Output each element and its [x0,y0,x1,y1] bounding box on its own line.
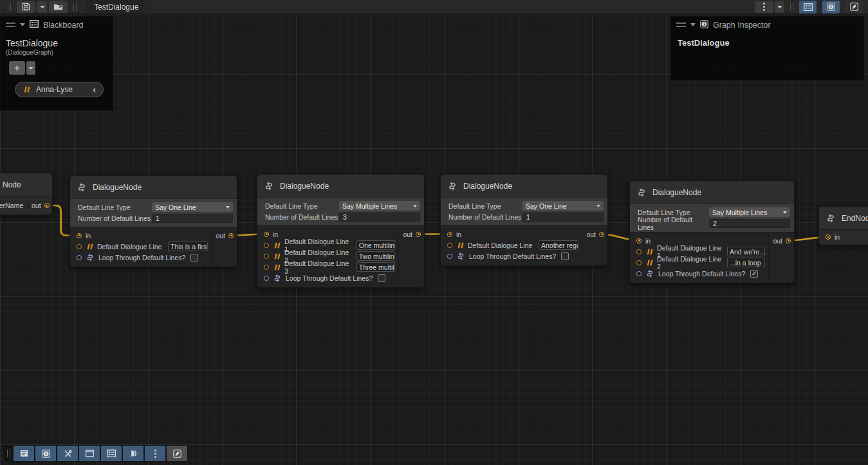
checkbox-loop-through-default-lines[interactable] [561,252,569,260]
port-loop-through-default-lines[interactable] [447,254,452,259]
port-out[interactable] [599,232,604,237]
port-default-dialogue-line-2[interactable] [264,254,269,259]
port-out[interactable] [416,232,421,237]
field-default-dialogue-line[interactable]: Another regu [539,240,578,250]
blackboard-toggle-button[interactable] [101,446,122,461]
port-row: in [441,229,582,240]
input-number-of-default-lines[interactable]: 1 [522,213,604,222]
port-out[interactable] [228,233,234,238]
input-number-of-default-lines[interactable]: 2 [709,219,790,228]
blackboard-toggle-button[interactable] [799,1,817,14]
port-in[interactable] [77,233,82,238]
toolbar-drag-handle[interactable] [8,3,11,11]
toolbar-drag-handle[interactable] [7,450,10,457]
caret-down-icon [28,67,33,70]
window-toggle-button[interactable] [79,446,100,461]
port-out[interactable] [786,238,791,243]
open-folder-button[interactable] [49,1,68,13]
input-number-of-default-lines[interactable]: 1 [152,214,233,223]
loop-icon [645,269,654,278]
caret-down-button[interactable] [775,1,784,13]
dropdown-default-line-type[interactable]: Say One Line [152,202,233,212]
foldout-triangle-icon[interactable] [690,23,696,26]
end-node[interactable]: EndNodein [818,206,868,245]
field-default-dialogue-line-1[interactable]: One multiline [356,240,395,250]
port-default-dialogue-line-1[interactable] [636,249,642,254]
kebab-toggle-button[interactable] [145,446,165,461]
port-default-dialogue-line[interactable] [77,244,82,249]
checkbox-loop-through-default-lines[interactable]: ✓ [750,270,758,278]
field-default-dialogue-line-1[interactable]: And we're... [727,247,765,256]
node-title-bar[interactable]: DialogueNode [70,176,237,198]
port-in[interactable] [447,232,452,237]
node-title-bar[interactable]: DialogueNode [441,175,607,197]
port-out[interactable] [44,203,50,208]
foldout-triangle-icon[interactable] [20,23,25,26]
port-default-dialogue-line-2[interactable] [636,260,642,265]
field-default-dialogue-line-3[interactable]: Three multilin [356,262,395,272]
graph-tab[interactable]: TestDialogue [86,0,154,14]
port-in[interactable] [636,238,642,243]
port-label: in [456,231,461,238]
field-default-dialogue-line-2[interactable]: Two multiline [356,251,395,261]
input-ports-column: inDefault Dialogue Line 1One multilineDe… [257,226,398,287]
dialogue-node-3[interactable]: DialogueNodeDefault Line TypeSay One Lin… [440,174,608,266]
graph-inspector-header[interactable]: Graph Inspector [671,17,863,33]
node-title-bar[interactable]: DialogueNode [257,175,424,197]
port-loop-through-default-lines[interactable] [77,255,82,260]
port-default-dialogue-line-3[interactable] [264,265,269,270]
add-property-button[interactable]: + [9,61,25,75]
kebab-button[interactable] [755,1,773,13]
blackboard-field-anna-lyse[interactable]: Anna-Lyse ‹ [15,82,104,97]
checkbox-loop-through-default-lines[interactable] [378,274,385,282]
console-toggle-button[interactable] [14,446,34,461]
port-loop-through-default-lines[interactable] [264,276,269,281]
blackboard-header[interactable]: Blackboard [1,17,113,33]
graph-inspector-panel[interactable]: Graph Inspector TestDialogue [670,16,864,81]
port-loop-through-default-lines[interactable] [636,271,642,276]
blackboard-panel[interactable]: Blackboard TestDialogue (DialogueGraph) … [0,16,113,111]
loop-icon [86,253,95,261]
dropdown-default-line-type[interactable]: Say Multiple Lines [339,201,420,211]
node-title-bar[interactable]: DialogueNode [630,181,794,204]
port-default-dialogue-line[interactable] [447,243,452,248]
input-ports-column: inDefault Dialogue LineAnother reguLoop … [441,226,582,265]
checkbox-loop-through-default-lines[interactable] [190,254,198,261]
node-title-bar[interactable]: EndNode [819,207,868,229]
port-default-dialogue-line-1[interactable] [264,243,269,248]
transition-toggle-button[interactable] [123,446,143,461]
caret-down-icon [413,205,417,207]
toolbar-drag-handle[interactable] [73,3,77,11]
graph-editor-canvas[interactable]: NodekerNameoutDialogueNodeDefault Line T… [0,0,868,465]
input-number-of-default-lines[interactable]: 3 [339,213,420,222]
toolbar-drag-handle[interactable] [790,3,793,11]
tools-toggle-button[interactable] [57,446,78,461]
dialogue-node-4[interactable]: DialogueNodeDefault Line TypeSay Multipl… [629,180,795,283]
property-row: Number of Default Lines1 [78,213,233,223]
field-default-dialogue-line[interactable]: This is a first [168,242,208,251]
drag-handle-icon[interactable] [6,23,15,27]
tools-icon [64,450,72,458]
dialogue-node-1[interactable]: DialogueNodeDefault Line TypeSay One Lin… [69,175,237,267]
caret-down-button[interactable] [37,1,47,13]
loop-icon [273,274,282,282]
node-title-bar[interactable]: Node [0,173,52,196]
add-property-dropdown-button[interactable] [26,61,35,75]
info-toggle-button[interactable] [35,446,56,461]
dialogue-node-2[interactable]: DialogueNodeDefault Line TypeSay Multipl… [257,174,425,288]
port-in[interactable] [826,234,831,240]
port-row: Default Dialogue LineAnother regu [441,240,582,251]
port-row: out [399,229,424,240]
info-toggle-button[interactable] [822,1,840,14]
speaker-node[interactable]: NodekerNameout [0,173,53,215]
field-default-dialogue-line-2[interactable]: ...in a loop [727,258,765,267]
dropdown-default-line-type[interactable]: Say Multiple Lines [709,207,790,217]
port-row: Loop Through Default Lines? [441,251,582,261]
dropdown-default-line-type[interactable]: Say One Line [522,201,604,211]
collapse-chevron-icon[interactable]: ‹ [93,84,96,95]
drag-handle-icon[interactable] [676,23,686,27]
feather-toggle-button[interactable] [845,1,863,14]
feather-toggle-button[interactable] [167,446,187,461]
port-in[interactable] [264,232,269,237]
save-button[interactable] [17,1,35,13]
